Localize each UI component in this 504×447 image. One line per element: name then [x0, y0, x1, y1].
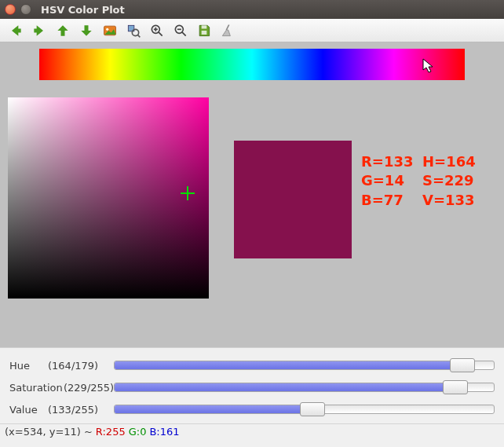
window-title: HSV Color Plot: [41, 4, 125, 16]
titlebar: HSV Color Plot: [0, 0, 504, 19]
readout-s: S=229: [422, 171, 477, 190]
svg-line-10: [182, 31, 186, 35]
hue-strip[interactable]: [39, 49, 465, 80]
svg-line-14: [226, 24, 228, 30]
readout-g: G=14: [361, 171, 416, 190]
window-controls: [5, 4, 31, 15]
val-value: (133/255): [48, 404, 111, 416]
rgbhsv-readout: R=133 H=164 G=14 S=229 B=77 V=133: [361, 152, 477, 210]
readout-v: V=133: [422, 191, 477, 210]
status-g: G:0: [129, 426, 147, 438]
hue-row: Hue (164/179): [9, 354, 495, 376]
sv-square[interactable]: [8, 97, 209, 299]
zoom-out-icon[interactable]: [170, 20, 192, 41]
hue-label: Hue: [9, 360, 45, 372]
sat-value: (229/255): [64, 382, 111, 394]
up-icon[interactable]: [52, 20, 74, 41]
toolbar: [0, 19, 504, 42]
svg-line-6: [159, 31, 163, 35]
crosshair-icon: [181, 186, 195, 200]
color-swatch: [234, 141, 352, 258]
status-b: B:161: [149, 426, 179, 438]
save-icon[interactable]: [193, 20, 215, 41]
cursor-icon: [422, 58, 435, 74]
status-sep: ~: [84, 426, 93, 438]
svg-rect-12: [202, 25, 207, 28]
readout-h: H=164: [422, 152, 477, 171]
zoom-in-icon[interactable]: [146, 20, 168, 41]
status-r: R:255: [96, 426, 126, 438]
val-label: Value: [9, 404, 45, 416]
hue-slider[interactable]: [114, 361, 495, 370]
val-slider[interactable]: [114, 405, 495, 414]
sliders-panel: Hue (164/179) Saturation (229/255) Value…: [0, 347, 504, 423]
back-icon[interactable]: [5, 20, 27, 41]
svg-line-4: [137, 35, 140, 37]
svg-rect-13: [202, 31, 207, 35]
readout-b: B=77: [361, 191, 416, 210]
sat-label: Saturation: [9, 382, 60, 394]
reset-zoom-icon[interactable]: [122, 20, 144, 41]
close-button[interactable]: [5, 4, 16, 15]
sat-row: Saturation (229/255): [9, 376, 495, 398]
val-row: Value (133/255): [9, 398, 495, 420]
sat-slider[interactable]: [114, 383, 495, 392]
broom-icon[interactable]: [217, 20, 239, 41]
readout-r: R=133: [361, 152, 416, 171]
status-bar: (x=534, y=11) ~ R:255 G:0 B:161: [0, 423, 504, 439]
forward-icon[interactable]: [28, 20, 50, 41]
image-icon[interactable]: [99, 20, 121, 41]
minimize-button[interactable]: [20, 4, 31, 15]
status-coords: (x=534, y=11): [5, 426, 81, 438]
down-icon[interactable]: [75, 20, 97, 41]
plot-area: R=133 H=164 G=14 S=229 B=77 V=133: [0, 42, 504, 347]
hue-value: (164/179): [48, 360, 111, 372]
svg-point-1: [106, 27, 108, 30]
